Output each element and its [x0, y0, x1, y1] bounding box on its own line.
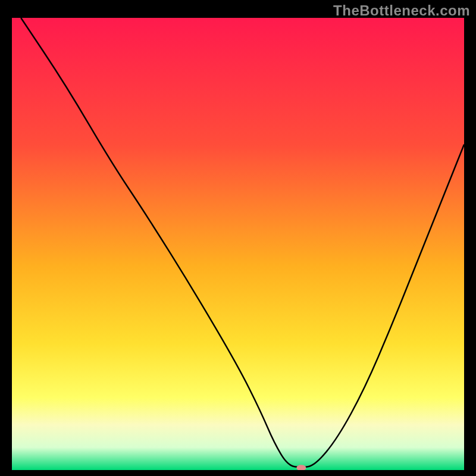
- bottleneck-chart: [12, 18, 464, 470]
- watermark-label: TheBottleneck.com: [333, 2, 470, 19]
- chart-frame: [12, 18, 464, 470]
- gradient-background: [12, 18, 464, 470]
